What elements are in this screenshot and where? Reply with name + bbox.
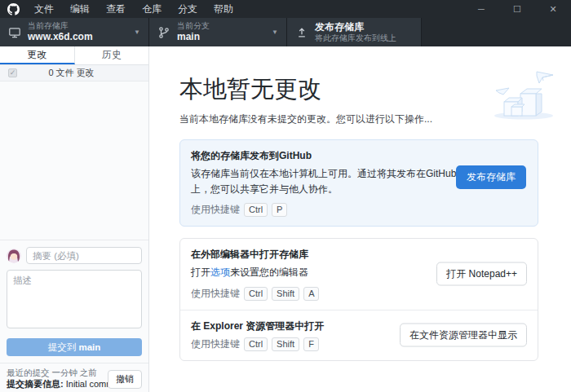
content: 更改 历史 ✓ 0 文件 更改 提交到 main 最近的提交 一分钟 之 <box>0 46 571 392</box>
main-panel: 本地暂无更改 当前本地存储库没有未提交的更改。您可以进行以下操作... 将您的存… <box>149 46 571 392</box>
editor-shortcut-row: 使用快捷键 Ctrl Shift A <box>191 287 527 301</box>
options-link[interactable]: 选项 <box>210 266 230 278</box>
github-desktop-window: 文件 编辑 查看 仓库 分支 帮助 ─ ☐ ✕ 当前存储库 www.x6d.co… <box>0 0 571 392</box>
commit-description-input[interactable] <box>7 270 142 328</box>
key-a: A <box>303 287 319 301</box>
current-repository-dropdown[interactable]: 当前存储库 www.x6d.com ▼ <box>0 18 149 46</box>
commit-summary-input[interactable] <box>26 247 142 264</box>
key-shift: Shift <box>272 337 299 351</box>
editor-body-prefix: 打开 <box>191 266 210 278</box>
menu-help[interactable]: 帮助 <box>206 0 241 18</box>
monitor-icon <box>8 26 21 39</box>
sidebar: 更改 历史 ✓ 0 文件 更改 提交到 main 最近的提交 一分钟 之 <box>0 46 149 392</box>
key-ctrl: Ctrl <box>244 203 268 217</box>
close-icon[interactable]: ✕ <box>535 0 571 18</box>
maximize-icon[interactable]: ☐ <box>499 0 535 18</box>
changes-list-empty <box>0 81 148 240</box>
publish-repository-toolbar-button[interactable]: 发布存储库 将此存储库发布到线上 <box>287 18 422 46</box>
publish-card-body: 该存储库当前仅在本地计算机上可用。通过将其发布在GitHub上，您可以共享它并与… <box>191 166 472 196</box>
window-controls: ─ ☐ ✕ <box>463 0 571 18</box>
chevron-down-icon: ▼ <box>272 29 278 36</box>
commit-button[interactable]: 提交到 main <box>7 338 142 356</box>
toolbar: 当前存储库 www.x6d.com ▼ 当前分支 main ▼ 发布存储库 将此… <box>0 18 571 46</box>
publish-title: 发布存储库 <box>315 21 396 33</box>
recent-commit-bar: 最近的提交 一分钟 之前 提交摘要信息: Initial commit 撤销 <box>0 363 148 392</box>
publish-action-card: 将您的存储库发布到GitHub 该存储库当前仅在本地计算机上可用。通过将其发布在… <box>179 139 538 227</box>
files-changed-row: ✓ 0 文件 更改 <box>0 65 148 81</box>
open-in-editor-row: 在外部编辑器中打开存储库 打开选项来设置您的编辑器 使用快捷键 Ctrl Shi… <box>180 239 538 310</box>
editor-row-body: 打开选项来设置您的编辑器 <box>191 265 472 280</box>
chevron-down-icon: ▼ <box>134 29 140 36</box>
open-in-explorer-row: 在 Explorer 资源管理器中打开 使用快捷键 Ctrl Shift F 在… <box>180 310 538 360</box>
menu-file[interactable]: 文件 <box>26 0 62 18</box>
publish-subtitle: 将此存储库发布到线上 <box>315 33 396 44</box>
key-f: F <box>303 337 319 351</box>
github-logo-icon <box>7 3 20 15</box>
commit-button-branch: main <box>78 342 100 352</box>
shortcut-label: 使用快捷键 <box>191 337 240 351</box>
menu-repository[interactable]: 仓库 <box>134 0 170 18</box>
publish-shortcut-row: 使用快捷键 Ctrl P <box>191 203 527 217</box>
current-branch-dropdown[interactable]: 当前分支 main ▼ <box>149 18 287 46</box>
show-in-explorer-button[interactable]: 在文件资源管理器中显示 <box>400 324 527 347</box>
key-shift: Shift <box>272 287 299 301</box>
shortcut-label: 使用快捷键 <box>191 287 240 301</box>
branch-name: main <box>177 31 210 43</box>
menu-edit[interactable]: 编辑 <box>62 0 98 18</box>
key-ctrl: Ctrl <box>244 337 268 351</box>
open-editor-button[interactable]: 打开 Notepad++ <box>436 262 527 286</box>
menu-view[interactable]: 查看 <box>98 0 134 18</box>
shortcut-label: 使用快捷键 <box>191 203 240 217</box>
upload-icon <box>295 26 308 39</box>
menubar: 文件 编辑 查看 仓库 分支 帮助 <box>26 0 241 18</box>
publish-card-title: 将您的存储库发布到GitHub <box>191 149 527 163</box>
repository-name: www.x6d.com <box>28 31 93 43</box>
publish-repository-button[interactable]: 发布存储库 <box>456 165 526 189</box>
editor-body-suffix: 来设置您的编辑器 <box>230 266 308 278</box>
files-changed-label: 0 文件 更改 <box>48 67 108 79</box>
avatar <box>7 249 21 263</box>
key-p: P <box>272 203 287 217</box>
commit-button-label: 提交到 <box>48 342 79 352</box>
sidebar-tabs: 更改 历史 <box>0 46 148 65</box>
branch-label: 当前分支 <box>177 21 210 32</box>
empty-state-illustration <box>485 69 560 124</box>
secondary-actions-card: 在外部编辑器中打开存储库 打开选项来设置您的编辑器 使用快捷键 Ctrl Shi… <box>179 238 538 361</box>
minimize-icon[interactable]: ─ <box>463 0 499 18</box>
undo-button[interactable]: 撤销 <box>108 370 142 389</box>
titlebar: 文件 编辑 查看 仓库 分支 帮助 ─ ☐ ✕ <box>0 0 571 18</box>
recent-commit-summary-label: 提交摘要信息: <box>7 379 64 389</box>
tab-changes[interactable]: 更改 <box>0 46 75 64</box>
git-branch-icon <box>157 26 170 39</box>
select-all-checkbox[interactable]: ✓ <box>8 68 17 77</box>
repository-label: 当前存储库 <box>28 21 93 32</box>
tab-history[interactable]: 历史 <box>75 46 149 64</box>
menu-branch[interactable]: 分支 <box>170 0 206 18</box>
editor-row-title: 在外部编辑器中打开存储库 <box>191 248 527 262</box>
commit-form: 提交到 main <box>0 240 148 363</box>
key-ctrl: Ctrl <box>244 287 268 301</box>
